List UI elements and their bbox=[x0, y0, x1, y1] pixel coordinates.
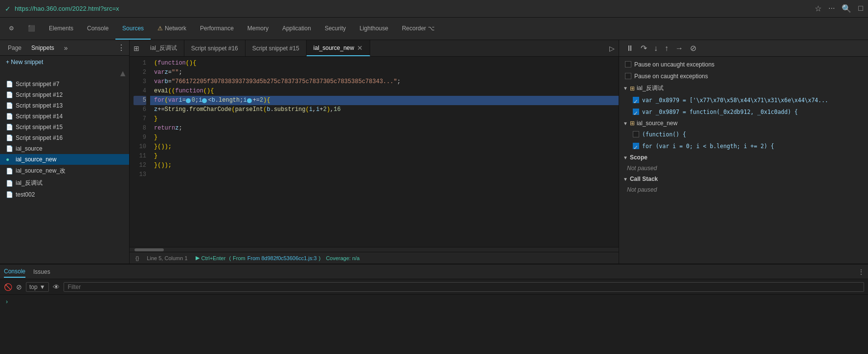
code-editor[interactable]: 1 2 3 4 5 6 7 8 9 10 11 12 13 (function(… bbox=[130, 57, 619, 247]
code-line-8: return z; bbox=[150, 124, 619, 133]
code-line-7: } bbox=[150, 114, 619, 124]
sidebar-item-snippet15[interactable]: 📄 Script snippet #15 bbox=[0, 122, 129, 133]
editor-toggle-right[interactable]: ▷ bbox=[605, 40, 619, 56]
run-snippet-button[interactable]: ▶ Ctrl+Enter ( From From 8d982f0c53606cc… bbox=[196, 255, 360, 261]
console-filter-input[interactable] bbox=[64, 282, 864, 292]
watch-label-1: var _0x8979 = ['\x77\x70\x58\x44\x71\x31… bbox=[642, 96, 828, 105]
tab-network[interactable]: ⚠ Network bbox=[151, 18, 193, 40]
sidebar-tab-snippets[interactable]: Snippets bbox=[27, 43, 58, 53]
snippet-icon: 📄 bbox=[6, 145, 13, 152]
sidebar-tab-more[interactable]: » bbox=[60, 42, 72, 54]
watchpoints-title: ial_反调试 bbox=[637, 84, 664, 92]
tab-application[interactable]: Application bbox=[275, 18, 318, 40]
tab-recorder[interactable]: Recorder ⌥ bbox=[395, 18, 442, 40]
editor-tab-snippet15[interactable]: Script snippet #15 bbox=[245, 40, 307, 56]
shrink-icon[interactable]: □ bbox=[858, 4, 863, 13]
sidebar-item-snippet16[interactable]: 📄 Script snippet #16 bbox=[0, 133, 129, 143]
line-num-8: 8 bbox=[134, 124, 146, 133]
scroll-up-indicator[interactable]: ▲ bbox=[0, 68, 129, 79]
sidebar-item-ial-source-new-kai[interactable]: 📄 ial_source_new_改 bbox=[0, 165, 129, 177]
snippet-icon: 📄 bbox=[6, 134, 13, 141]
watch-checkbox-1[interactable]: ✓ bbox=[633, 97, 639, 103]
breakpoint-item-2: ✓ for (var i = 0; i < b.length; i += 2) … bbox=[619, 140, 868, 152]
sidebar-item-snippet12[interactable]: 📄 Script snippet #12 bbox=[0, 89, 129, 100]
console-options-icon[interactable]: ⋮ bbox=[858, 268, 864, 275]
tab-elements[interactable]: Elements bbox=[42, 18, 80, 40]
console-tab-console[interactable]: Console bbox=[4, 266, 25, 278]
source-link[interactable]: From 8d982f0c53606cc1.js:3 bbox=[247, 255, 317, 261]
editor-panel-toggle[interactable]: ⊞ bbox=[130, 40, 143, 56]
watch-checkbox-2[interactable]: ✓ bbox=[633, 109, 639, 115]
star-icon[interactable]: ☆ bbox=[815, 4, 822, 13]
step-button[interactable]: → bbox=[672, 43, 686, 54]
editor-tab-snippet16[interactable]: Script snippet #16 bbox=[184, 40, 245, 56]
format-icon[interactable]: {} bbox=[135, 255, 139, 261]
console-caret-icon: › bbox=[6, 298, 8, 305]
code-line-10: }()); bbox=[150, 142, 619, 152]
sidebar-item-snippet7[interactable]: 📄 Script snippet #7 bbox=[0, 79, 129, 89]
sidebar-tab-page[interactable]: Page bbox=[4, 43, 25, 53]
new-snippet-button[interactable]: + New snippet bbox=[0, 56, 129, 68]
pause-uncaught-checkbox[interactable] bbox=[625, 61, 631, 67]
line-num-13: 13 bbox=[134, 170, 146, 179]
horizontal-scrollbar[interactable] bbox=[130, 247, 619, 252]
sidebar-item-test002[interactable]: 📄 test002 bbox=[0, 189, 129, 200]
console-tab-issues[interactable]: Issues bbox=[33, 266, 50, 277]
more-icon[interactable]: ··· bbox=[828, 4, 835, 13]
editor-area: ⊞ ial_反调试 Script snippet #16 Script snip… bbox=[130, 40, 619, 264]
editor-tab-ial-source-new[interactable]: ial_source_new ✕ bbox=[307, 40, 370, 56]
code-content[interactable]: (function() { var z = ""; var b = "76617… bbox=[150, 57, 619, 247]
tab-sources[interactable]: Sources bbox=[115, 18, 151, 40]
sidebar-item-snippet14[interactable]: 📄 Script snippet #14 bbox=[0, 111, 129, 122]
console-context-selector[interactable]: top ▼ bbox=[26, 282, 49, 292]
sidebar: Page Snippets » ⋮ + New snippet ▲ 📄 Scri… bbox=[0, 40, 130, 264]
search-icon[interactable]: 🔍 bbox=[842, 4, 851, 13]
console-section: Console Issues ⋮ 🚫 ⊘ top ▼ 👁 › bbox=[0, 264, 868, 354]
watchpoints-header[interactable]: ▼ ⊞ ial_反调试 bbox=[619, 82, 868, 94]
tab-console[interactable]: Console bbox=[80, 18, 115, 40]
callstack-section-title[interactable]: ▼ Call Stack bbox=[619, 174, 868, 184]
bp-label-1: (function() { bbox=[642, 130, 686, 139]
bp-checkbox-1[interactable] bbox=[633, 131, 639, 137]
console-filter-icon[interactable]: ⊘ bbox=[16, 283, 22, 291]
scope-section-title[interactable]: ▼ Scope bbox=[619, 152, 868, 163]
console-input-area[interactable] bbox=[11, 298, 862, 306]
snippet-icon: 📄 bbox=[6, 102, 13, 109]
tab-security[interactable]: Security bbox=[318, 18, 353, 40]
sidebar-item-ial-source[interactable]: 📄 ial_source bbox=[0, 143, 129, 154]
sidebar-item-snippet13[interactable]: 📄 Script snippet #13 bbox=[0, 100, 129, 111]
editor-tab-fan-tiaoshi[interactable]: ial_反调试 bbox=[143, 40, 184, 56]
sidebar-tabs: Page Snippets » ⋮ bbox=[0, 40, 129, 56]
step-over-button[interactable]: ↷ bbox=[638, 43, 650, 54]
breakpoint-item-1: (function() { bbox=[619, 129, 868, 140]
code-line-9: } bbox=[150, 133, 619, 142]
devtools-main: Page Snippets » ⋮ + New snippet ▲ 📄 Scri… bbox=[0, 40, 868, 264]
run-icon: ▶ bbox=[196, 255, 200, 261]
tab-close-icon[interactable]: ✕ bbox=[357, 44, 363, 52]
line-num-2: 2 bbox=[134, 68, 146, 77]
triangle-callstack-icon: ▼ bbox=[623, 177, 628, 182]
triangle-scope-icon: ▼ bbox=[623, 155, 628, 160]
browser-icons: ☆ ··· 🔍 □ bbox=[815, 4, 863, 13]
console-eye-button[interactable]: 👁 bbox=[53, 283, 60, 291]
sidebar-options-icon[interactable]: ⋮ bbox=[117, 43, 125, 52]
pause-caught-checkbox[interactable] bbox=[625, 73, 631, 79]
scroll-thumb[interactable] bbox=[134, 248, 164, 251]
step-out-button[interactable]: ↑ bbox=[662, 43, 671, 54]
line-num-10: 10 bbox=[134, 142, 146, 152]
tab-lighthouse[interactable]: Lighthouse bbox=[353, 18, 395, 40]
tab-memory[interactable]: Memory bbox=[241, 18, 275, 40]
watch-item-2: ✓ var _0x9897 = function(_0x2db912, _0x1… bbox=[619, 106, 868, 118]
tab-performance[interactable]: Performance bbox=[193, 18, 241, 40]
sidebar-item-ial-source-new[interactable]: ● ial_source_new bbox=[0, 154, 129, 165]
sidebar-item-ial-fan-tiaoshi[interactable]: 📄 ial_反调试 bbox=[0, 177, 129, 189]
pause-button[interactable]: ⏸ bbox=[623, 43, 637, 54]
bp-checkbox-2[interactable]: ✓ bbox=[633, 143, 639, 149]
triangle-down-icon: ▼ bbox=[623, 86, 628, 91]
tab-undock-btn[interactable]: ⬛ bbox=[21, 18, 42, 40]
tab-toggle-btn[interactable]: ⚙ bbox=[2, 18, 21, 40]
console-clear-button[interactable]: 🚫 bbox=[4, 283, 12, 291]
deactivate-button[interactable]: ⊘ bbox=[687, 43, 699, 54]
breakpoints-header[interactable]: ▼ ⊞ ial_source_new bbox=[619, 118, 868, 129]
step-into-button[interactable]: ↓ bbox=[651, 43, 661, 54]
